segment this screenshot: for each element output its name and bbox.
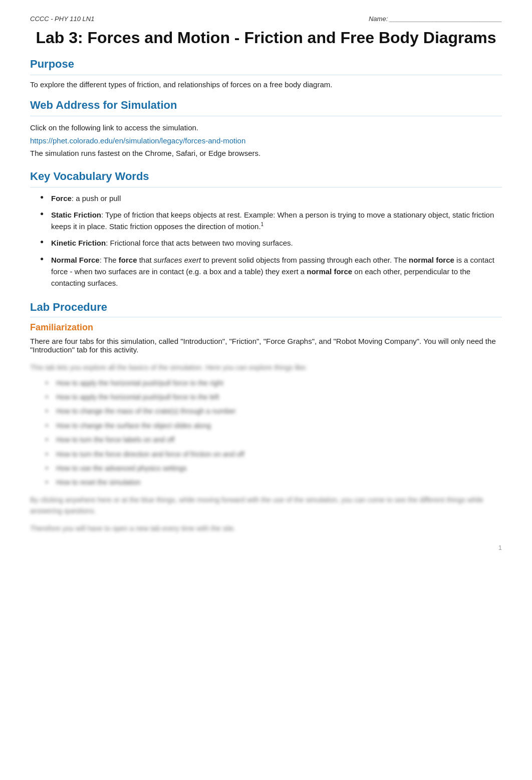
purpose-heading: Purpose: [30, 58, 502, 71]
page-number: 1: [30, 544, 502, 551]
blurred-item-7: How to use the advanced physics settings: [45, 463, 502, 474]
simulation-link[interactable]: https://phet.colorado.edu/en/simulation/…: [30, 136, 245, 145]
blurred-content: This tab lets you explore all the basics…: [30, 362, 502, 534]
name-label: Name: _______________________________: [369, 15, 502, 23]
vocab-normal-def-1: : The: [100, 256, 119, 264]
familiarization-text: There are four tabs for this simulation,…: [30, 337, 502, 354]
vocab-kinetic-term: Kinetic Friction: [51, 239, 106, 247]
lab-procedure-divider: [30, 317, 502, 317]
vocab-static-def: : Type of friction that keeps objects at…: [51, 211, 494, 231]
vocab-normal-term: Normal Force: [51, 256, 100, 264]
vocab-force-def: : a push or pull: [72, 194, 121, 203]
page-title: Lab 3: Forces and Motion - Friction and …: [30, 28, 502, 48]
vocab-normal-bold-force: force: [119, 256, 137, 264]
web-address-section: Web Address for Simulation Click on the …: [30, 99, 502, 160]
blurred-item-1: How to apply the horizontal push/pull fo…: [45, 377, 502, 388]
vocab-kinetic-def: : Frictional force that acts between two…: [106, 239, 293, 247]
blurred-item-5: How to turn the force labels on and off: [45, 434, 502, 445]
vocab-normal-def-2: that: [137, 256, 153, 264]
blurred-item-3: How to change the mass of the crate(s) t…: [45, 406, 502, 417]
lab-procedure-section: Lab Procedure Familiarization There are …: [30, 301, 502, 534]
web-address-note: The simulation runs fastest on the Chrom…: [30, 149, 260, 157]
web-address-intro: Click on the following link to access th…: [30, 123, 198, 132]
course-label: CCCC - PHY 110 LN1: [30, 15, 94, 23]
footnote-1: 1: [261, 222, 264, 227]
blurred-intro: This tab lets you explore all the basics…: [30, 362, 502, 373]
web-address-heading: Web Address for Simulation: [30, 99, 502, 112]
vocab-static-term: Static Friction: [51, 211, 101, 219]
web-address-divider: [30, 116, 502, 116]
purpose-text: To explore the different types of fricti…: [30, 80, 502, 89]
purpose-section: Purpose To explore the different types o…: [30, 58, 502, 89]
vocab-normal-def-3: to prevent solid objects from passing th…: [201, 256, 409, 264]
purpose-divider: [30, 75, 502, 75]
blurred-item-4: How to change the surface the object sli…: [45, 420, 502, 431]
vocab-kinetic-friction: Kinetic Friction: Frictional force that …: [40, 237, 502, 249]
familiarization-subsection: Familiarization There are four tabs for …: [30, 322, 502, 354]
blurred-para-2: By clicking anywhere here or at the blue…: [30, 494, 502, 517]
vocabulary-list: Force: a push or pull Static Friction: T…: [30, 192, 502, 289]
vocabulary-heading: Key Vocabulary Words: [30, 170, 502, 183]
vocab-force: Force: a push or pull: [40, 192, 502, 204]
familiarization-heading: Familiarization: [30, 322, 502, 333]
blurred-item-8: How to reset the simulation: [45, 477, 502, 488]
vocab-static-friction: Static Friction: Type of friction that k…: [40, 209, 502, 233]
vocabulary-divider: [30, 187, 502, 187]
web-address-body: Click on the following link to access th…: [30, 121, 502, 160]
vocab-normal-bold-3: normal force: [307, 267, 352, 276]
vocab-normal-force: Normal Force: The force that surfaces ex…: [40, 254, 502, 289]
vocabulary-section: Key Vocabulary Words Force: a push or pu…: [30, 170, 502, 289]
blurred-item-2: How to apply the horizontal push/pull fo…: [45, 392, 502, 403]
vocab-normal-bold-2: normal force: [409, 256, 454, 264]
lab-procedure-heading: Lab Procedure: [30, 301, 502, 314]
blurred-para-3: Therefore you will have to open a new ta…: [30, 523, 502, 534]
vocab-force-term: Force: [51, 194, 72, 203]
blurred-item-6: How to turn the force direction and forc…: [45, 449, 502, 460]
vocab-normal-italic: surfaces exert: [154, 256, 201, 264]
blurred-list: How to apply the horizontal push/pull fo…: [30, 377, 502, 488]
